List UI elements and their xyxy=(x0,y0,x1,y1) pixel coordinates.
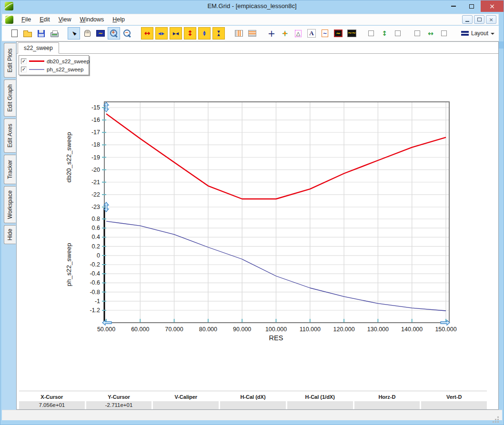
open-file-button[interactable] xyxy=(21,27,34,40)
tracker-button[interactable] xyxy=(279,27,291,40)
expand-y-full-button[interactable] xyxy=(184,27,196,40)
print-button[interactable] xyxy=(48,27,60,40)
expand-x-button[interactable] xyxy=(155,27,168,40)
zoom-out-icon xyxy=(123,30,131,38)
svg-text:80.000: 80.000 xyxy=(199,326,217,333)
compress-y-button[interactable] xyxy=(212,27,225,40)
x-axis-handle[interactable] xyxy=(441,320,450,325)
menu-file[interactable]: File xyxy=(17,15,35,24)
zoom-out-button[interactable] xyxy=(121,27,133,40)
zoom-window-button[interactable] xyxy=(94,27,107,40)
cursor-table-header-row: X-Cursor Y-Cursor V-Caliper H-Cal (dX) H… xyxy=(19,393,487,401)
svg-text:-0.8: -0.8 xyxy=(90,289,100,296)
tracker-icon xyxy=(282,30,288,37)
menu-help[interactable]: Help xyxy=(108,15,129,24)
expand-y-full-icon xyxy=(187,29,193,38)
compress-x-icon xyxy=(173,31,179,36)
checkbox-x-right-button[interactable] xyxy=(438,27,450,40)
pan-hand-button[interactable] xyxy=(81,27,93,40)
tab-s22-sweep[interactable]: s22_sweep xyxy=(18,42,59,54)
minimize-button[interactable] xyxy=(444,0,463,12)
sidebar-tab-hide[interactable]: Hide xyxy=(4,225,16,244)
new-document-icon xyxy=(11,30,18,37)
expand-y-button[interactable] xyxy=(198,27,211,40)
client-area: Edit Plots Edit Graph Edit Axes Tracker … xyxy=(2,41,499,410)
svg-text:110.000: 110.000 xyxy=(300,326,321,333)
svg-text:-1: -1 xyxy=(95,298,100,305)
close-button[interactable]: × xyxy=(481,0,504,12)
open-file-icon xyxy=(23,32,32,37)
sidebar-tab-workspace[interactable]: Workspace xyxy=(4,186,16,223)
maximize-button[interactable] xyxy=(463,0,481,12)
spread-x-button[interactable] xyxy=(424,27,437,40)
svg-text:0.2: 0.2 xyxy=(92,243,100,250)
zoom-in-button[interactable] xyxy=(108,27,120,40)
legend-line-sample xyxy=(29,60,44,62)
resize-grip[interactable] xyxy=(497,416,499,418)
cursor-value xyxy=(220,401,286,409)
svg-text:-21: -21 xyxy=(91,179,100,186)
sidebar-tab-edit-axes[interactable]: Edit Axes xyxy=(4,119,16,153)
margins-vertical-button[interactable] xyxy=(232,27,245,40)
caret-down-icon xyxy=(491,33,494,35)
menu-edit[interactable]: Edit xyxy=(35,15,54,24)
svg-text:0.6: 0.6 xyxy=(92,225,100,231)
compress-x-button[interactable] xyxy=(170,27,182,40)
print-icon xyxy=(50,32,59,37)
legend-line-sample xyxy=(29,69,44,70)
svg-text:120.000: 120.000 xyxy=(333,326,355,333)
svg-text:-22: -22 xyxy=(91,191,100,198)
plot-single-icon xyxy=(334,30,343,37)
column-header: H-Cal (dX) xyxy=(220,393,286,401)
svg-text:-19: -19 xyxy=(91,154,100,161)
checkbox-y-left-button[interactable] xyxy=(365,27,377,40)
y-axis-label-1: ph_s22_sweep xyxy=(65,243,72,287)
window-border-notch xyxy=(499,41,504,49)
expand-x-full-button[interactable] xyxy=(141,27,153,40)
cursor-value: -2.711e+01 xyxy=(86,401,152,409)
chart-canvas: -15-16-17-18-19-20-21-22-230.80.60.40.20… xyxy=(17,54,500,389)
cursor-value xyxy=(287,401,353,409)
caliper-button[interactable] xyxy=(292,27,304,40)
save-button[interactable] xyxy=(35,27,47,40)
axis-ticks xyxy=(102,108,446,322)
mdi-restore-button[interactable] xyxy=(474,15,484,24)
sidebar-tab-edit-plots[interactable]: Edit Plots xyxy=(4,43,16,78)
svg-text:0: 0 xyxy=(97,252,100,259)
new-document-button[interactable] xyxy=(8,27,20,40)
spread-y-button[interactable] xyxy=(378,27,391,40)
cursor-value xyxy=(153,401,219,409)
report-icon xyxy=(322,30,328,37)
checkbox-icon xyxy=(414,30,420,36)
sidebar-tab-edit-graph[interactable]: Edit Graph xyxy=(4,79,16,117)
checkbox-x-left-button[interactable] xyxy=(411,27,423,40)
menu-windows[interactable]: Windows xyxy=(76,15,109,24)
svg-text:140.000: 140.000 xyxy=(401,326,423,333)
report-button[interactable] xyxy=(319,27,331,40)
crosshair-button[interactable] xyxy=(265,27,278,40)
legend-checkbox-db20[interactable] xyxy=(21,59,27,64)
select-cursor-button[interactable] xyxy=(68,27,80,40)
crosshair-icon xyxy=(268,30,275,37)
margins-horizontal-button[interactable] xyxy=(246,27,258,40)
checkbox-y-right-button[interactable] xyxy=(392,27,404,40)
layout-menu-button[interactable]: Layout xyxy=(457,27,498,40)
text-label-button[interactable] xyxy=(305,27,318,40)
svg-text:0.8: 0.8 xyxy=(92,216,100,222)
mdi-close-button[interactable]: × xyxy=(486,15,496,24)
spread-x-icon xyxy=(428,30,433,37)
plot-double-button[interactable] xyxy=(345,27,358,40)
plot-single-button[interactable] xyxy=(332,27,344,40)
layout-label: Layout xyxy=(471,30,488,37)
sidebar-tab-tracker[interactable]: Tracker xyxy=(4,155,16,184)
svg-text:-16: -16 xyxy=(91,117,100,123)
legend-item: db20_s22_sweep xyxy=(21,57,85,65)
title-bar[interactable]: EM.Grid - [empicasso_lesson8c] × xyxy=(0,0,504,12)
checkbox-icon xyxy=(368,30,374,36)
menu-view[interactable]: View xyxy=(54,15,76,24)
menu-bar: File Edit View Windows Help × xyxy=(2,14,499,25)
svg-text:130.000: 130.000 xyxy=(367,326,389,333)
legend-checkbox-ph[interactable] xyxy=(21,67,27,72)
column-header: Y-Cursor xyxy=(86,393,152,401)
mdi-minimize-button[interactable] xyxy=(462,15,473,24)
